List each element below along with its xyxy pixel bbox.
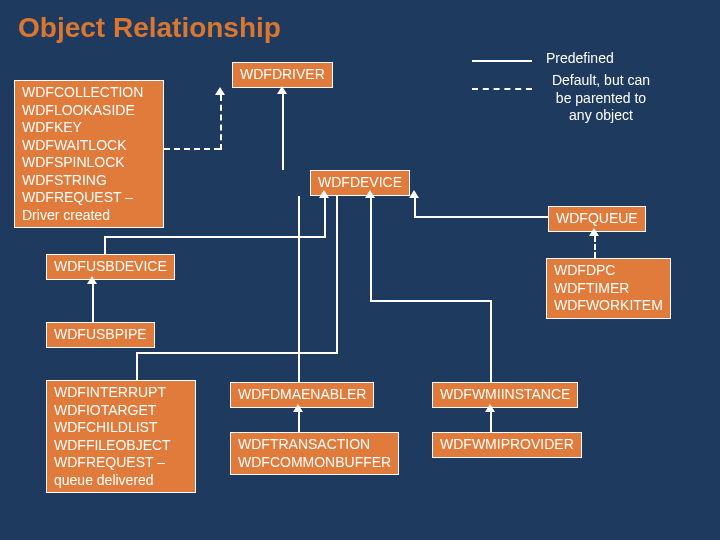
arrow-wmiinstance-device-v	[490, 300, 492, 382]
legend-default-label: Default, but can be parented to any obje…	[546, 72, 656, 125]
arrow-queue-device-v	[414, 196, 416, 218]
arrow-usbdevice-device-v2	[324, 196, 326, 238]
legend-dashed-line	[472, 88, 532, 90]
box-interrupt: WDFINTERRUPT WDFIOTARGET WDFCHILDLIST WD…	[46, 380, 196, 493]
arrowhead-collection-driver	[215, 87, 225, 95]
legend-predefined-label: Predefined	[546, 50, 614, 68]
box-usbdevice: WDFUSBDEVICE	[46, 254, 175, 280]
arrow-interrupt-device-h	[136, 352, 336, 354]
arrowhead-queue-device	[409, 190, 419, 198]
arrowhead-usbpipe-usbdevice	[87, 276, 97, 284]
arrow-usbdevice-device-h	[104, 236, 324, 238]
arrowhead-wmiinstance-device	[365, 190, 375, 198]
box-dpc: WDFDPC WDFTIMER WDFWORKITEM	[546, 258, 671, 319]
arrow-usbdevice-device-v	[104, 236, 106, 254]
arrow-wmiinstance-device-v2	[370, 196, 372, 302]
arrowhead-usbdevice-device	[319, 190, 329, 198]
arrow-collection-driver-v	[220, 95, 222, 150]
box-transaction: WDFTRANSACTION WDFCOMMONBUFFER	[230, 432, 399, 475]
arrow-collection-driver-h	[164, 148, 220, 150]
box-usbpipe: WDFUSBPIPE	[46, 322, 155, 348]
box-wmiprovider: WDFWMIPROVIDER	[432, 432, 582, 458]
arrow-dmaenabler-device	[298, 196, 300, 382]
box-driver: WDFDRIVER	[232, 62, 333, 88]
arrow-dpc-queue	[594, 236, 596, 258]
arrowhead-device-driver	[277, 86, 287, 94]
arrow-device-driver	[282, 94, 284, 170]
arrow-queue-device-h	[416, 216, 548, 218]
arrowhead-transaction-dmaenabler	[293, 404, 303, 412]
arrow-wmiinstance-device-h	[370, 300, 492, 302]
arrow-interrupt-device-v	[136, 352, 138, 380]
legend-solid-line	[472, 60, 532, 62]
box-wmiinstance: WDFWMIINSTANCE	[432, 382, 578, 408]
arrow-usbpipe-usbdevice	[92, 284, 94, 322]
arrowhead-wmiprovider-wmiinstance	[485, 404, 495, 412]
arrowhead-dpc-queue	[589, 228, 599, 236]
arrow-interrupt-device-v2	[336, 196, 338, 354]
page-title: Object Relationship	[0, 0, 720, 56]
box-collection: WDFCOLLECTION WDFLOOKASIDE WDFKEY WDFWAI…	[14, 80, 164, 228]
